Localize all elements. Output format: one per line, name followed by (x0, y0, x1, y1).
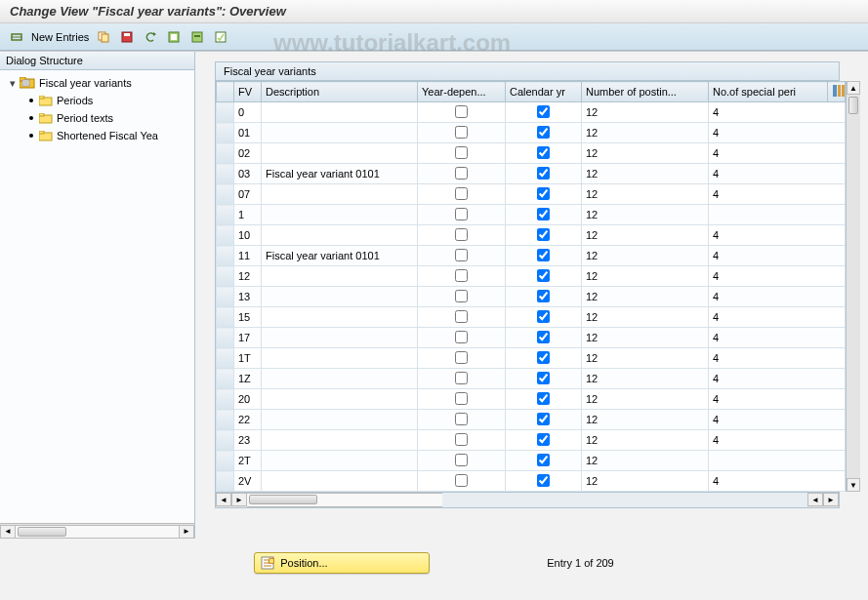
fv-input[interactable] (234, 123, 261, 142)
fv-input[interactable] (234, 348, 261, 368)
fv-input[interactable] (234, 164, 261, 183)
calendar-year-checkbox[interactable] (537, 331, 550, 343)
scroll-right2-icon[interactable]: ► (823, 493, 839, 506)
calendar-year-checkbox[interactable] (537, 126, 550, 139)
row-selector[interactable] (217, 389, 234, 410)
special-periods-input[interactable] (709, 430, 845, 450)
description-input[interactable] (262, 328, 417, 347)
row-selector[interactable] (217, 164, 234, 184)
posting-periods-input[interactable] (582, 348, 708, 368)
row-selector[interactable] (217, 123, 234, 143)
description-input[interactable] (262, 287, 417, 306)
tree-item-periods[interactable]: Periods (2, 92, 192, 109)
tree-item-period-texts[interactable]: Period texts (2, 109, 192, 127)
row-selector[interactable] (217, 287, 234, 307)
year-dependent-checkbox[interactable] (455, 105, 468, 118)
calendar-year-checkbox[interactable] (537, 433, 550, 446)
scroll-track[interactable] (16, 525, 179, 539)
scroll-left2-icon[interactable]: ◄ (807, 493, 823, 506)
year-dependent-checkbox[interactable] (455, 310, 468, 323)
col-header-select[interactable] (217, 82, 234, 102)
calendar-year-checkbox[interactable] (537, 187, 550, 200)
description-input[interactable] (262, 246, 417, 265)
select-block-icon[interactable] (188, 28, 206, 46)
fv-input[interactable] (234, 430, 261, 450)
scroll-left-icon[interactable]: ◄ (216, 493, 231, 506)
description-input[interactable] (262, 143, 417, 163)
year-dependent-checkbox[interactable] (455, 474, 468, 487)
year-dependent-checkbox[interactable] (455, 433, 468, 446)
row-selector[interactable] (217, 430, 234, 451)
fv-input[interactable] (234, 328, 261, 347)
vscroll-thumb[interactable] (848, 97, 858, 114)
calendar-year-checkbox[interactable] (537, 208, 550, 220)
row-selector[interactable] (217, 307, 234, 328)
description-input[interactable] (262, 451, 417, 470)
col-header-year-dependent[interactable]: Year-depen... (418, 82, 506, 102)
scroll-up-icon[interactable]: ▲ (847, 81, 860, 95)
special-periods-input[interactable] (709, 184, 845, 204)
year-dependent-checkbox[interactable] (455, 146, 468, 159)
row-selector[interactable] (217, 266, 234, 287)
fv-input[interactable] (234, 307, 261, 327)
description-input[interactable] (262, 410, 417, 429)
description-input[interactable] (262, 266, 417, 286)
row-selector[interactable] (217, 205, 234, 225)
fv-input[interactable] (234, 287, 261, 306)
posting-periods-input[interactable] (582, 369, 708, 388)
fv-input[interactable] (234, 369, 261, 388)
row-selector[interactable] (217, 246, 234, 266)
posting-periods-input[interactable] (582, 225, 708, 245)
scroll-left-icon[interactable]: ◄ (0, 525, 16, 539)
scroll-right-icon[interactable]: ► (179, 525, 194, 539)
special-periods-input[interactable] (709, 123, 845, 142)
calendar-year-checkbox[interactable] (537, 351, 550, 364)
hscroll-thumb[interactable] (249, 495, 317, 504)
description-input[interactable] (262, 471, 417, 491)
select-all-icon[interactable] (165, 28, 183, 46)
description-input[interactable] (262, 205, 417, 224)
row-selector[interactable] (217, 410, 234, 430)
description-input[interactable] (262, 164, 417, 183)
posting-periods-input[interactable] (582, 430, 708, 450)
description-input[interactable] (262, 102, 417, 122)
description-input[interactable] (262, 389, 417, 409)
calendar-year-checkbox[interactable] (537, 105, 550, 118)
description-input[interactable] (262, 307, 417, 327)
posting-periods-input[interactable] (582, 164, 708, 183)
tree-root-fiscal-year-variants[interactable]: ▾ Fiscal year variants (2, 74, 192, 92)
calendar-year-checkbox[interactable] (537, 167, 550, 180)
year-dependent-checkbox[interactable] (455, 392, 468, 405)
fv-input[interactable] (234, 389, 261, 409)
posting-periods-input[interactable] (582, 410, 708, 429)
year-dependent-checkbox[interactable] (455, 126, 468, 139)
special-periods-input[interactable] (709, 348, 845, 368)
description-input[interactable] (262, 184, 417, 204)
special-periods-input[interactable] (709, 471, 845, 491)
col-header-fv[interactable]: FV (234, 82, 262, 102)
special-periods-input[interactable] (709, 369, 845, 388)
save-icon[interactable] (118, 28, 136, 46)
special-periods-input[interactable] (709, 389, 845, 409)
posting-periods-input[interactable] (582, 307, 708, 327)
calendar-year-checkbox[interactable] (537, 413, 550, 425)
year-dependent-checkbox[interactable] (455, 228, 468, 241)
new-entries-button[interactable]: New Entries (31, 31, 89, 43)
special-periods-input[interactable] (709, 143, 845, 163)
posting-periods-input[interactable] (582, 205, 708, 224)
scroll-down-icon[interactable]: ▼ (847, 478, 860, 492)
position-button[interactable]: Position... (254, 552, 430, 574)
calendar-year-checkbox[interactable] (537, 249, 550, 261)
description-input[interactable] (262, 123, 417, 142)
special-periods-input[interactable] (709, 410, 845, 429)
special-periods-input[interactable] (709, 246, 845, 265)
year-dependent-checkbox[interactable] (455, 249, 468, 261)
year-dependent-checkbox[interactable] (455, 167, 468, 180)
col-header-calendar-year[interactable]: Calendar yr (506, 82, 582, 102)
year-dependent-checkbox[interactable] (455, 351, 468, 364)
posting-periods-input[interactable] (582, 389, 708, 409)
posting-periods-input[interactable] (582, 266, 708, 286)
description-input[interactable] (262, 430, 417, 450)
fv-input[interactable] (234, 102, 261, 122)
row-selector[interactable] (217, 348, 234, 369)
